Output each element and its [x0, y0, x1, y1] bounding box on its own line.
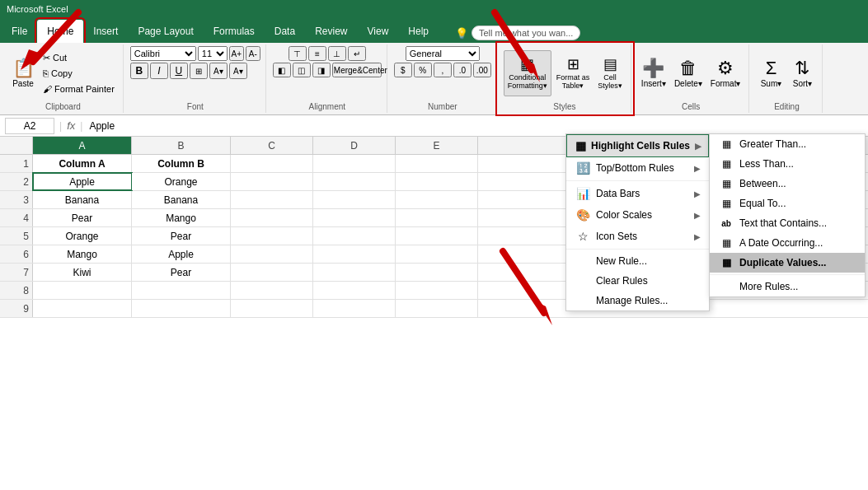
format-as-table-button[interactable]: ⊞ Format asTable▾ [553, 50, 594, 96]
bold-button[interactable]: B [130, 63, 148, 79]
cell-E6[interactable] [396, 245, 478, 263]
cell-C2[interactable] [231, 173, 313, 190]
dropdown-item-manage-rules[interactable]: Manage Rules... [566, 291, 709, 310]
cell-E9[interactable] [396, 300, 478, 317]
sort-filter-button[interactable]: ⇅ Sort▾ [787, 50, 817, 96]
cell-A1[interactable]: Column A [33, 155, 132, 172]
tab-review[interactable]: Review [305, 20, 357, 43]
cell-A4[interactable]: Pear [33, 209, 132, 226]
cell-C8[interactable] [231, 282, 313, 299]
cell-B9[interactable] [132, 300, 231, 317]
cell-B5[interactable]: Pear [132, 227, 231, 245]
insert-button[interactable]: ➕ Insert▾ [638, 50, 669, 96]
cell-B4[interactable]: Mango [132, 209, 231, 226]
col-header-E[interactable]: E [396, 137, 478, 154]
col-header-C[interactable]: C [231, 137, 313, 154]
dropdown-item-clear-rules[interactable]: Clear Rules [566, 271, 709, 291]
cell-D7[interactable] [313, 264, 396, 281]
cell-E8[interactable] [396, 282, 478, 299]
cell-D9[interactable] [313, 300, 396, 317]
format-painter-button[interactable]: 🖌 Format Painter [40, 82, 118, 96]
name-box[interactable] [5, 118, 54, 134]
increase-decimal-button[interactable]: .0 [453, 63, 472, 77]
cell-C5[interactable] [231, 227, 313, 245]
cell-E4[interactable] [396, 209, 478, 226]
number-format-select[interactable]: General [406, 46, 480, 61]
submenu-item-text-contains[interactable]: ab Text that Contains... [710, 213, 865, 233]
submenu-item-date-occurring[interactable]: ▦ A Date Occurring... [710, 233, 865, 253]
format-button[interactable]: ⚙ Format▾ [707, 50, 744, 96]
cell-D4[interactable] [313, 209, 396, 226]
cell-D1[interactable] [313, 155, 396, 172]
font-color-button[interactable]: A▾ [229, 63, 247, 79]
align-middle-button[interactable]: ≡ [308, 46, 326, 61]
align-bottom-button[interactable]: ⊥ [328, 46, 346, 61]
tab-formulas[interactable]: Formulas [204, 20, 265, 43]
fill-color-button[interactable]: A▾ [209, 63, 228, 79]
cell-B1[interactable]: Column B [132, 155, 231, 172]
merge-center-button[interactable]: Merge&Center [332, 63, 382, 77]
dropdown-item-top-bottom-rules[interactable]: 🔢 Top/Bottom Rules ▶ [566, 157, 709, 179]
increase-font-button[interactable]: A+ [229, 46, 244, 61]
cell-styles-button[interactable]: ▤ CellStyles▾ [594, 50, 626, 96]
italic-button[interactable]: I [150, 63, 168, 79]
cell-A9[interactable] [33, 300, 132, 317]
tab-data[interactable]: Data [265, 20, 305, 43]
cell-A2[interactable]: Apple [33, 173, 132, 190]
cell-C9[interactable] [231, 300, 313, 317]
col-header-A[interactable]: A [33, 137, 132, 154]
currency-button[interactable]: $ [394, 63, 412, 77]
cell-E1[interactable] [396, 155, 478, 172]
cell-A7[interactable]: Kiwi [33, 264, 132, 281]
cell-A6[interactable]: Mango [33, 245, 132, 263]
tab-page-layout[interactable]: Page Layout [128, 20, 203, 43]
submenu-item-equal-to[interactable]: ▦ Equal To... [710, 194, 865, 213]
decrease-font-button[interactable]: A- [246, 46, 260, 61]
font-family-select[interactable]: Calibri [130, 46, 196, 61]
autosum-button[interactable]: Σ Sum▾ [756, 50, 786, 96]
tab-view[interactable]: View [358, 20, 399, 43]
col-header-B[interactable]: B [132, 137, 231, 154]
dropdown-item-icon-sets[interactable]: ☆ Icon Sets ▶ [566, 226, 709, 247]
wrap-text-button[interactable]: ↵ [348, 46, 366, 61]
cell-A5[interactable]: Orange [33, 227, 132, 245]
formula-input[interactable] [87, 119, 863, 133]
cell-B6[interactable]: Apple [132, 245, 231, 263]
align-left-button[interactable]: ◧ [273, 63, 291, 77]
cell-E5[interactable] [396, 227, 478, 245]
cell-C1[interactable] [231, 155, 313, 172]
cell-B7[interactable]: Pear [132, 264, 231, 281]
align-center-button[interactable]: ◫ [293, 63, 311, 77]
cell-B2[interactable]: Orange [132, 173, 231, 190]
submenu-item-duplicate-values[interactable]: ▦ Duplicate Values... [710, 253, 865, 273]
underline-button[interactable]: U [170, 63, 188, 79]
dropdown-item-highlight-cells-rules[interactable]: ▦ Highlight Cells Rules ▶ [566, 134, 709, 157]
submenu-item-greater-than[interactable]: ▦ Greater Than... [710, 134, 865, 154]
cell-A8[interactable] [33, 282, 132, 299]
submenu-item-more-rules[interactable]: More Rules... [710, 277, 865, 296]
submenu-item-between[interactable]: ▦ Between... [710, 174, 865, 194]
submenu-item-less-than[interactable]: ▦ Less Than... [710, 154, 865, 174]
cell-B3[interactable]: Banana [132, 191, 231, 208]
border-button[interactable]: ⊞ [190, 63, 208, 79]
cell-C6[interactable] [231, 245, 313, 263]
tab-insert[interactable]: Insert [83, 20, 128, 43]
align-right-button[interactable]: ◨ [312, 63, 331, 77]
cell-B8[interactable] [132, 282, 231, 299]
cell-D3[interactable] [313, 191, 396, 208]
tab-help[interactable]: Help [398, 20, 439, 43]
dropdown-item-new-rule[interactable]: New Rule... [566, 251, 709, 271]
cell-E2[interactable] [396, 173, 478, 190]
col-header-D[interactable]: D [313, 137, 396, 154]
font-size-select[interactable]: 11 [198, 46, 228, 61]
comma-button[interactable]: , [434, 63, 452, 77]
dropdown-item-color-scales[interactable]: 🎨 Color Scales ▶ [566, 204, 709, 226]
align-top-button[interactable]: ⊤ [289, 46, 307, 61]
dropdown-item-data-bars[interactable]: 📊 Data Bars ▶ [566, 183, 709, 204]
percent-button[interactable]: % [414, 63, 432, 77]
cell-C7[interactable] [231, 264, 313, 281]
delete-button[interactable]: 🗑 Delete▾ [671, 50, 706, 96]
cell-D6[interactable] [313, 245, 396, 263]
cell-A3[interactable]: Banana [33, 191, 132, 208]
cell-D8[interactable] [313, 282, 396, 299]
